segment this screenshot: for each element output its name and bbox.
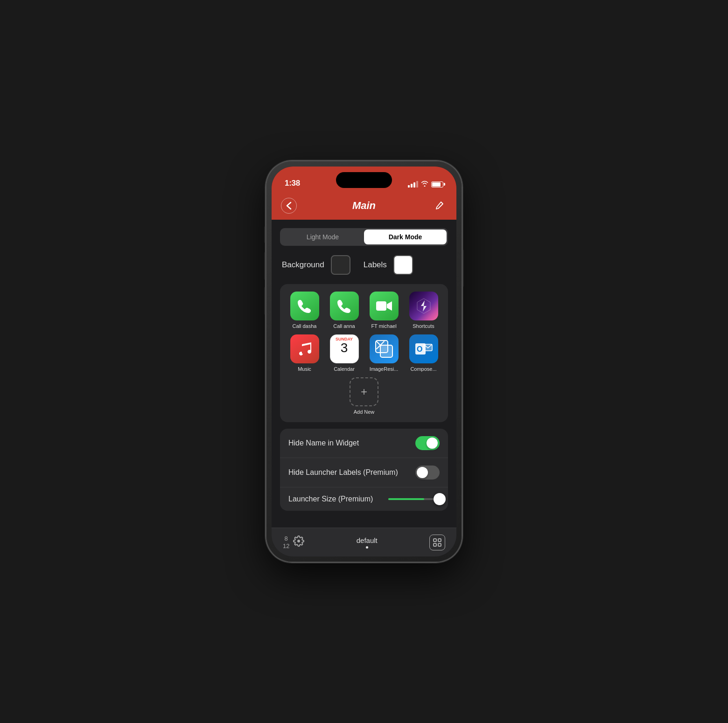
light-mode-button[interactable]: Light Mode bbox=[281, 229, 364, 244]
app-grid: Call dasha Call anna bbox=[287, 292, 441, 372]
settings-gear-button[interactable] bbox=[293, 535, 304, 549]
toggle-knob-hide-name bbox=[427, 438, 438, 449]
toggle-knob-hide-labels bbox=[417, 467, 428, 478]
page-title: Main bbox=[352, 200, 376, 212]
app-item-shortcuts[interactable]: Shortcuts bbox=[406, 292, 441, 329]
app-icon-compose: O bbox=[409, 334, 438, 363]
status-icons bbox=[408, 181, 443, 188]
phone-container: 1:38 bbox=[266, 161, 462, 562]
default-label: default bbox=[357, 536, 378, 544]
svg-text:O: O bbox=[417, 345, 422, 353]
svg-rect-10 bbox=[434, 543, 436, 546]
labels-label: Labels bbox=[364, 260, 387, 270]
edit-button[interactable] bbox=[431, 198, 447, 214]
hide-labels-row: Hide Launcher Labels (Premium) bbox=[280, 458, 448, 487]
phone-frame: 1:38 bbox=[266, 161, 462, 562]
add-new-button[interactable]: + Add New bbox=[287, 377, 441, 415]
app-count: 8 12 bbox=[283, 535, 289, 549]
app-label-compose: Compose... bbox=[410, 366, 436, 372]
labels-color-swatch[interactable] bbox=[393, 255, 413, 275]
launcher-size-row: Launcher Size (Premium) bbox=[280, 487, 448, 511]
slider-fill bbox=[388, 498, 424, 500]
calendar-day-number: 3 bbox=[341, 341, 348, 355]
app-item-music[interactable]: Music bbox=[287, 334, 322, 372]
launcher-size-slider[interactable] bbox=[388, 498, 440, 500]
hide-name-label: Hide Name in Widget bbox=[288, 439, 359, 447]
hide-labels-label: Hide Launcher Labels (Premium) bbox=[288, 468, 398, 477]
hide-labels-toggle[interactable] bbox=[415, 466, 440, 480]
slider-thumb[interactable] bbox=[434, 493, 446, 505]
app-icon-call-anna bbox=[330, 292, 359, 320]
dynamic-island bbox=[336, 172, 392, 188]
app-icon-calendar: Sunday 3 bbox=[330, 334, 359, 363]
toggle-section: Hide Name in Widget Hide Launcher Labels… bbox=[280, 429, 448, 511]
svg-marker-2 bbox=[417, 299, 430, 313]
app-item-calendar[interactable]: Sunday 3 Calendar bbox=[327, 334, 361, 372]
app-header: Main bbox=[272, 192, 456, 220]
add-new-label: Add New bbox=[354, 409, 375, 415]
count-bottom: 12 bbox=[283, 542, 289, 550]
color-row: Background Labels bbox=[280, 255, 448, 275]
app-icon-ft-michael bbox=[370, 292, 399, 320]
background-label: Background bbox=[282, 260, 324, 270]
app-label-ft-michael: FT michael bbox=[371, 323, 396, 329]
add-new-box: + bbox=[350, 377, 378, 406]
app-icon-call-dasha bbox=[290, 292, 319, 320]
app-label-music: Music bbox=[298, 366, 311, 372]
app-grid-container: Call dasha Call anna bbox=[280, 284, 448, 422]
battery-icon bbox=[431, 181, 443, 188]
app-label-shortcuts: Shortcuts bbox=[413, 323, 434, 329]
app-label-call-anna: Call anna bbox=[333, 323, 355, 329]
hide-name-toggle[interactable] bbox=[415, 436, 440, 450]
mode-selector: Light Mode Dark Mode bbox=[280, 228, 448, 246]
add-widget-button[interactable] bbox=[429, 535, 445, 550]
phone-screen: 1:38 bbox=[272, 167, 456, 556]
bottom-bar: 8 12 default bbox=[272, 528, 456, 556]
app-icon-shortcuts bbox=[409, 292, 438, 320]
signal-icon bbox=[408, 181, 418, 188]
svg-rect-11 bbox=[438, 543, 441, 546]
bottom-center: default bbox=[357, 536, 378, 549]
add-new-icon: + bbox=[361, 385, 367, 398]
app-label-imageresizer: ImageResi... bbox=[370, 366, 399, 372]
back-button[interactable] bbox=[281, 198, 297, 214]
app-icon-music bbox=[290, 334, 319, 363]
svg-rect-8 bbox=[434, 539, 436, 542]
app-label-call-dasha: Call dasha bbox=[293, 323, 317, 329]
svg-marker-1 bbox=[387, 301, 392, 311]
app-item-ft-michael[interactable]: FT michael bbox=[367, 292, 401, 329]
count-top: 8 bbox=[285, 535, 288, 542]
app-icon-imageresizer bbox=[370, 334, 399, 363]
app-item-call-dasha[interactable]: Call dasha bbox=[287, 292, 322, 329]
status-time: 1:38 bbox=[285, 179, 300, 188]
power-button[interactable] bbox=[462, 250, 464, 287]
background-color-swatch[interactable] bbox=[331, 255, 350, 275]
svg-rect-9 bbox=[438, 539, 441, 542]
svg-rect-0 bbox=[376, 301, 386, 311]
hide-name-row: Hide Name in Widget bbox=[280, 429, 448, 458]
app-item-imageresizer[interactable]: ImageResi... bbox=[367, 334, 401, 372]
wifi-icon bbox=[421, 181, 428, 188]
bottom-indicator-dot bbox=[366, 546, 368, 549]
svg-rect-4 bbox=[380, 345, 392, 357]
app-item-compose[interactable]: O Compose... bbox=[406, 334, 441, 372]
app-label-calendar: Calendar bbox=[334, 366, 355, 372]
content-area: Light Mode Dark Mode Background Labels bbox=[272, 220, 456, 528]
dark-mode-button[interactable]: Dark Mode bbox=[364, 229, 447, 244]
app-item-call-anna[interactable]: Call anna bbox=[327, 292, 361, 329]
launcher-size-label: Launcher Size (Premium) bbox=[288, 495, 373, 503]
